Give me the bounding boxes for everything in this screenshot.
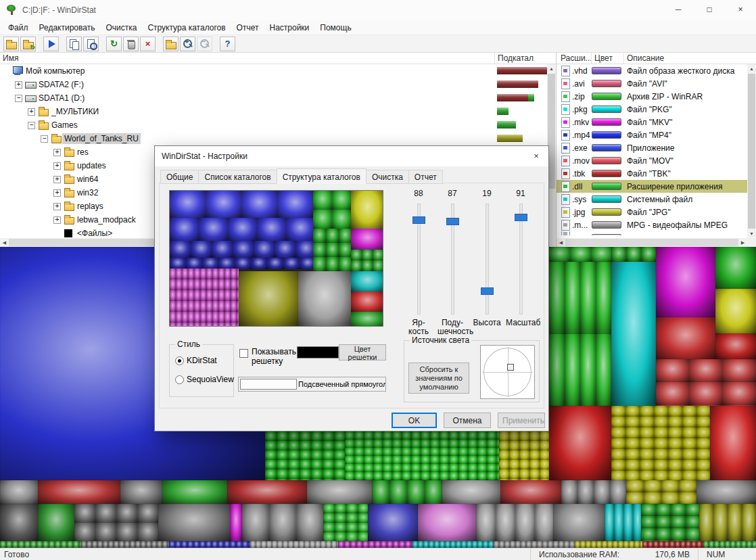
treemap-block[interactable] (338, 541, 412, 548)
slider-track[interactable] (519, 204, 523, 314)
treemap-block[interactable] (442, 480, 500, 504)
slider-track[interactable] (486, 204, 489, 314)
delete-button[interactable]: × (140, 37, 156, 51)
treemap-block[interactable] (715, 247, 756, 289)
grid-color-button[interactable]: Цвет решетки (339, 344, 386, 360)
tab-0[interactable]: Общие (160, 170, 199, 184)
cleanup-button[interactable] (123, 37, 139, 51)
resize-grip[interactable] (747, 549, 756, 560)
treemap-block[interactable] (611, 262, 656, 406)
extension-row[interactable]: .jpgФайл "JPG" (557, 206, 747, 218)
treemap-block[interactable] (162, 480, 227, 504)
slider-thumb[interactable] (446, 218, 459, 225)
expand-toggle-icon[interactable]: + (53, 189, 61, 197)
scroll-right-icon[interactable]: ▶ (738, 238, 747, 247)
extension-row[interactable]: .tbkФайл "TBK" (557, 167, 747, 180)
treemap-block[interactable] (656, 317, 715, 359)
slider-track[interactable] (417, 204, 421, 314)
column-header-description[interactable]: Описание (623, 53, 664, 64)
treemap-block[interactable] (250, 541, 338, 548)
column-header-color[interactable]: Цвет (591, 53, 613, 64)
tab-1[interactable]: Список каталогов (198, 170, 277, 184)
treemap-block[interactable] (476, 504, 553, 541)
extensions-horizontal-scrollbar[interactable]: ◀ ▶ (557, 238, 747, 247)
expand-toggle-icon[interactable]: + (53, 203, 61, 210)
column-header-name[interactable]: Имя (3, 53, 18, 64)
extension-row[interactable]: .mp4Файл "MP4" (557, 129, 747, 141)
extension-row[interactable]: .mkvФайл "MKV" (557, 116, 747, 129)
open-button[interactable] (3, 37, 19, 51)
expand-toggle-icon[interactable]: + (53, 216, 61, 224)
treemap-block[interactable] (227, 480, 307, 504)
scroll-left-icon[interactable]: ◀ (557, 238, 565, 247)
treemap-block[interactable] (715, 289, 756, 333)
treemap-block[interactable] (710, 406, 756, 480)
scroll-up-icon[interactable]: ▲ (547, 64, 556, 73)
zoom-in-button[interactable]: + (180, 37, 195, 51)
treemap-block[interactable] (611, 247, 656, 262)
treemap-block[interactable] (38, 480, 120, 504)
treemap-block[interactable] (323, 504, 368, 541)
treemap-block[interactable] (703, 541, 756, 548)
treemap-block[interactable] (642, 541, 703, 548)
kdirstat-radio[interactable]: KDirStat (175, 356, 217, 365)
treemap-block[interactable] (715, 333, 756, 359)
report-preview-button[interactable] (83, 37, 99, 51)
extension-row[interactable]: .sysСистемный файл (557, 193, 747, 206)
treemap-block[interactable] (81, 541, 169, 548)
close-button[interactable]: × (725, 0, 756, 20)
menu-item-6[interactable]: Помощь (314, 20, 356, 35)
extension-row[interactable]: .movФайл "MOV" (557, 154, 747, 167)
maximize-button[interactable]: □ (694, 0, 725, 20)
menu-item-2[interactable]: Очистка (100, 20, 142, 35)
expand-toggle-icon[interactable]: + (53, 176, 61, 183)
help-button[interactable]: ? (220, 37, 235, 51)
scroll-down-icon[interactable]: ▼ (747, 229, 756, 238)
extension-row[interactable]: .dllРасширение приложения (557, 180, 747, 193)
menu-item-0[interactable]: Файл (3, 20, 34, 35)
treemap-block[interactable] (561, 480, 626, 504)
treemap-block[interactable] (553, 504, 605, 541)
light-position-marker[interactable] (507, 364, 514, 371)
treemap-block[interactable] (74, 504, 158, 541)
treemap-block[interactable] (696, 480, 756, 504)
treemap-block[interactable] (372, 480, 442, 504)
treemap-block[interactable] (0, 480, 38, 504)
treemap-block[interactable] (656, 359, 756, 406)
reset-defaults-button[interactable]: Сбросить к значениям по умолчанию (408, 363, 469, 394)
expand-toggle-icon[interactable]: − (15, 95, 22, 102)
dialog-close-button[interactable]: × (524, 146, 548, 166)
treemap-block[interactable] (345, 431, 499, 480)
treemap-block[interactable] (575, 541, 642, 548)
extension-row[interactable]: .exeПриложение (557, 141, 747, 154)
extension-row[interactable]: .zipАрхив ZIP - WinRAR (557, 90, 747, 103)
menu-item-1[interactable]: Редактировать (34, 20, 101, 35)
treemap-block[interactable] (549, 262, 611, 406)
treemap-block[interactable] (549, 247, 611, 262)
treemap-block[interactable] (0, 541, 81, 548)
treemap-block[interactable] (169, 541, 250, 548)
treemap-block[interactable] (611, 406, 710, 480)
tree-row[interactable]: −World_of_Tanks_RU (0, 132, 547, 145)
tab-4[interactable]: Отчет (408, 170, 443, 184)
treemap-block[interactable] (656, 247, 715, 317)
scrollbar-thumb[interactable] (565, 239, 738, 246)
highlight-rectangle-control[interactable]: Подсвеченный прямоугольник (238, 377, 386, 392)
treemap-block[interactable] (641, 504, 699, 541)
treemap-block[interactable] (500, 480, 561, 504)
expand-toggle-icon[interactable]: + (53, 162, 61, 170)
expand-toggle-icon[interactable]: + (28, 108, 35, 116)
menu-item-3[interactable]: Структура каталогов (142, 20, 231, 35)
treemap-block[interactable] (230, 504, 242, 541)
slider-thumb[interactable] (481, 287, 494, 295)
refresh-all-button[interactable]: ↻ (106, 37, 122, 51)
minimize-button[interactable]: ─ (663, 0, 694, 20)
extensions-vertical-scrollbar[interactable]: ▲ ▼ (747, 64, 756, 238)
expand-toggle-icon[interactable]: + (53, 149, 61, 156)
treemap-block[interactable] (418, 504, 476, 541)
extension-row[interactable]: .pkgФайл "PKG" (557, 103, 747, 116)
apply-button[interactable]: Применить (498, 413, 545, 428)
tree-row[interactable]: −Games (0, 118, 547, 132)
light-source-selector[interactable] (480, 345, 535, 399)
treemap-block[interactable] (38, 504, 74, 541)
